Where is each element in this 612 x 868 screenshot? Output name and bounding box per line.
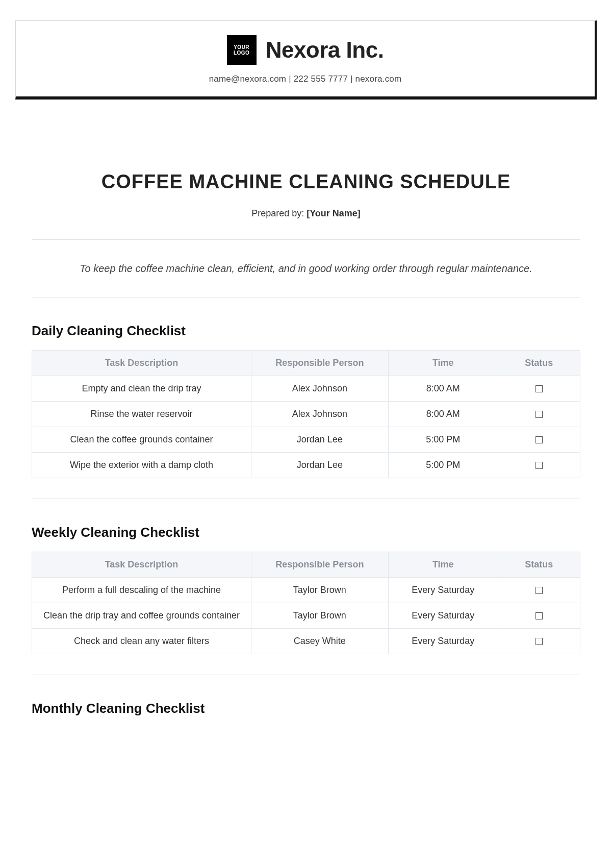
weekly-table: Task Description Responsible Person Time… <box>32 552 580 654</box>
contact-line: name@nexora.com | 222 555 7777 | nexora.… <box>26 74 584 84</box>
cell-time: 8:00 AM <box>388 376 498 402</box>
col-person: Responsible Person <box>251 552 389 578</box>
cell-status <box>498 402 580 427</box>
cell-task: Wipe the exterior with a damp cloth <box>32 453 251 478</box>
cell-status <box>498 427 580 453</box>
table-row: Check and clean any water filters Casey … <box>32 629 580 654</box>
divider <box>32 675 580 675</box>
cell-status <box>498 376 580 402</box>
logo-row: YOUR LOGO Nexora Inc. <box>26 35 584 65</box>
cell-time: 5:00 PM <box>388 453 498 478</box>
table-row: Empty and clean the drip tray Alex Johns… <box>32 376 580 402</box>
checkbox-icon[interactable] <box>536 462 543 469</box>
document-body: COFFEE MACHINE CLEANING SCHEDULE Prepare… <box>15 171 597 716</box>
cell-task: Rinse the water reservoir <box>32 402 251 427</box>
checkbox-icon[interactable] <box>536 436 543 443</box>
table-row: Clean the drip tray and coffee grounds c… <box>32 603 580 629</box>
table-header-row: Task Description Responsible Person Time… <box>32 552 580 578</box>
cell-task: Perform a full descaling of the machine <box>32 578 251 603</box>
cell-person: Taylor Brown <box>251 578 389 603</box>
cell-person: Taylor Brown <box>251 603 389 629</box>
cell-task: Clean the coffee grounds container <box>32 427 251 453</box>
cell-task: Empty and clean the drip tray <box>32 376 251 402</box>
cell-task: Clean the drip tray and coffee grounds c… <box>32 603 251 629</box>
cell-status <box>498 578 580 603</box>
table-row: Clean the coffee grounds container Jorda… <box>32 427 580 453</box>
col-time: Time <box>388 552 498 578</box>
checkbox-icon[interactable] <box>536 411 543 418</box>
col-status: Status <box>498 351 580 376</box>
col-time: Time <box>388 351 498 376</box>
checkbox-icon[interactable] <box>536 612 543 619</box>
cell-person: Casey White <box>251 629 389 654</box>
logo-placeholder: YOUR LOGO <box>227 35 257 65</box>
checkbox-icon[interactable] <box>536 587 543 594</box>
cell-time: Every Saturday <box>388 629 498 654</box>
cell-status <box>498 629 580 654</box>
divider <box>32 297 580 297</box>
col-task: Task Description <box>32 552 251 578</box>
cell-time: Every Saturday <box>388 578 498 603</box>
section-title-weekly: Weekly Cleaning Checklist <box>32 525 580 540</box>
col-status: Status <box>498 552 580 578</box>
checkbox-icon[interactable] <box>536 638 543 645</box>
checkbox-icon[interactable] <box>536 385 543 392</box>
purpose-statement: To keep the coffee machine clean, effici… <box>32 240 580 297</box>
col-task: Task Description <box>32 351 251 376</box>
table-row: Perform a full descaling of the machine … <box>32 578 580 603</box>
cell-status <box>498 603 580 629</box>
cell-person: Jordan Lee <box>251 453 389 478</box>
cell-time: Every Saturday <box>388 603 498 629</box>
prepared-by-label: Prepared by: <box>251 208 307 218</box>
table-row: Wipe the exterior with a damp cloth Jord… <box>32 453 580 478</box>
cell-time: 8:00 AM <box>388 402 498 427</box>
cell-task: Check and clean any water filters <box>32 629 251 654</box>
cell-person: Alex Johnson <box>251 402 389 427</box>
daily-table: Task Description Responsible Person Time… <box>32 350 580 478</box>
section-title-monthly: Monthly Cleaning Checklist <box>32 701 580 716</box>
header-card: YOUR LOGO Nexora Inc. name@nexora.com | … <box>15 20 597 100</box>
cell-person: Jordan Lee <box>251 427 389 453</box>
prepared-by: Prepared by: [Your Name] <box>32 208 580 219</box>
document-title: COFFEE MACHINE CLEANING SCHEDULE <box>32 171 580 193</box>
cell-time: 5:00 PM <box>388 427 498 453</box>
col-person: Responsible Person <box>251 351 389 376</box>
table-header-row: Task Description Responsible Person Time… <box>32 351 580 376</box>
company-name: Nexora Inc. <box>266 37 384 63</box>
cell-person: Alex Johnson <box>251 376 389 402</box>
cell-status <box>498 453 580 478</box>
table-row: Rinse the water reservoir Alex Johnson 8… <box>32 402 580 427</box>
section-title-daily: Daily Cleaning Checklist <box>32 323 580 339</box>
divider <box>32 499 580 499</box>
prepared-by-placeholder: [Your Name] <box>307 208 361 218</box>
